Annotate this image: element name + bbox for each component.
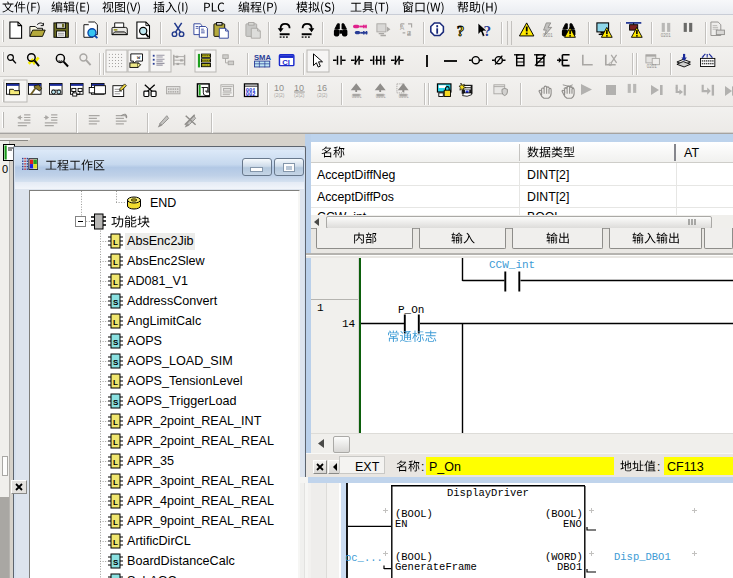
svg-text:L: L xyxy=(113,418,118,427)
svg-text:S: S xyxy=(113,338,119,347)
svg-text:L: L xyxy=(113,238,118,247)
svg-text:L: L xyxy=(113,478,118,487)
svg-text:L: L xyxy=(113,458,118,467)
svg-text:S: S xyxy=(113,298,119,307)
svg-text:L: L xyxy=(113,518,118,527)
svg-text:L: L xyxy=(113,538,118,547)
svg-text:S: S xyxy=(113,358,119,367)
svg-text:L: L xyxy=(113,258,118,267)
svg-text:L: L xyxy=(113,438,118,447)
svg-text:S: S xyxy=(113,558,119,567)
svg-text:S: S xyxy=(113,398,119,407)
svg-text:L: L xyxy=(113,318,118,327)
svg-text:L: L xyxy=(113,498,118,507)
svg-text:L: L xyxy=(113,378,118,387)
svg-text:L: L xyxy=(113,278,118,287)
